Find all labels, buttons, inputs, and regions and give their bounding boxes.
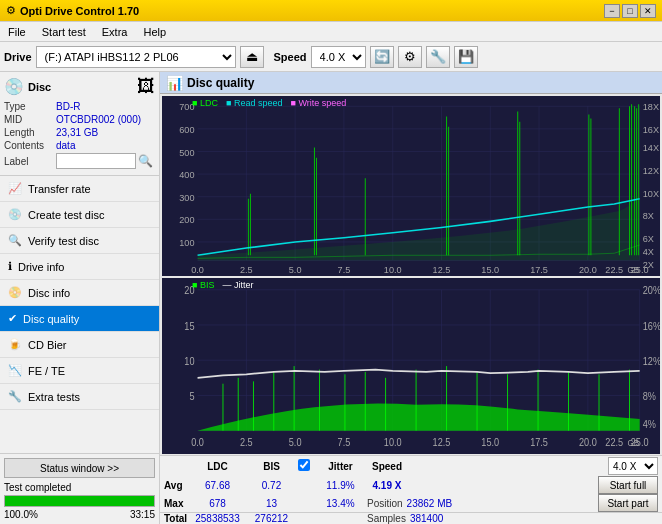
menu-file[interactable]: File: [4, 24, 30, 40]
status-window-button[interactable]: Status window >>: [4, 458, 155, 478]
avg-row: Avg 67.68 0.72 11.9% 4.19 X Start full: [160, 476, 662, 494]
nav-disc-quality[interactable]: ✔ Disc quality: [0, 306, 159, 332]
disc-action-icon[interactable]: 🖼: [137, 76, 155, 97]
menu-help[interactable]: Help: [139, 24, 170, 40]
bis-col-header: BIS: [249, 461, 294, 472]
elapsed-time: 33:15: [130, 509, 155, 520]
disc-mid-row: MID OTCBDR002 (000): [4, 114, 155, 125]
chart1-panel: ■ LDC ■ Read speed ■ Write speed: [162, 96, 660, 276]
nav-cd-bier-label: CD Bier: [28, 339, 67, 351]
menubar: File Start test Extra Help: [0, 22, 662, 42]
extra-tests-icon: 🔧: [8, 390, 22, 403]
transfer-rate-icon: 📈: [8, 182, 22, 195]
speed-action-select[interactable]: 4.0 X: [608, 457, 658, 475]
svg-text:15: 15: [184, 320, 195, 332]
svg-text:200: 200: [179, 215, 194, 225]
svg-text:8X: 8X: [643, 211, 654, 221]
stats-header-row: LDC BIS Jitter Speed 4.0 X: [160, 455, 662, 476]
disc-contents-row: Contents data: [4, 140, 155, 151]
drive-select[interactable]: (F:) ATAPI iHBS112 2 PL06: [36, 46, 236, 68]
start-part-button[interactable]: Start part: [598, 494, 658, 512]
settings2-button[interactable]: 🔧: [426, 46, 450, 68]
nav-create-test-disc[interactable]: 💿 Create test disc: [0, 202, 159, 228]
avg-label: Avg: [164, 480, 186, 491]
disc-length-val: 23,31 GB: [56, 127, 98, 138]
menu-start-test[interactable]: Start test: [38, 24, 90, 40]
max-row: Max 678 13 13.4% Position 23862 MB Start…: [160, 494, 662, 512]
checkbox-col: [298, 459, 314, 473]
svg-text:16%: 16%: [643, 320, 660, 332]
disc-type-val: BD-R: [56, 101, 80, 112]
titlebar: ⚙ Opti Drive Control 1.70 − □ ✕: [0, 0, 662, 22]
svg-text:10X: 10X: [643, 189, 659, 199]
speed-label: Speed: [274, 51, 307, 63]
disc-mid-key: MID: [4, 114, 56, 125]
max-label: Max: [164, 498, 186, 509]
nav-verify-test-disc[interactable]: 🔍 Verify test disc: [0, 228, 159, 254]
progress-bar-bg: [4, 495, 155, 507]
progress-bar-fill: [5, 496, 154, 506]
drive-info-icon: ℹ: [8, 260, 12, 273]
svg-text:5.0: 5.0: [289, 265, 302, 275]
jitter-checkbox[interactable]: [298, 459, 310, 471]
chart1-svg: 700 600 500 400 300 200 100 18X 16X 14X …: [162, 96, 660, 276]
bis-avg: 0.72: [249, 480, 294, 491]
save-button[interactable]: 💾: [454, 46, 478, 68]
ldc-max: 678: [190, 498, 245, 509]
svg-text:12.5: 12.5: [433, 436, 451, 448]
start-full-button[interactable]: Start full: [598, 476, 658, 494]
close-button[interactable]: ✕: [640, 4, 656, 18]
svg-text:6X: 6X: [643, 234, 654, 244]
chart1-legend: ■ LDC ■ Read speed ■ Write speed: [192, 98, 346, 108]
menu-extra[interactable]: Extra: [98, 24, 132, 40]
total-row: Total 25838533 276212 Samples 381400: [160, 512, 662, 524]
svg-text:0.0: 0.0: [191, 436, 204, 448]
nav-transfer-rate[interactable]: 📈 Transfer rate: [0, 176, 159, 202]
cd-bier-icon: 🍺: [8, 338, 22, 351]
svg-text:12%: 12%: [643, 355, 660, 367]
svg-text:GB: GB: [627, 437, 639, 448]
svg-text:GB: GB: [627, 266, 639, 275]
svg-text:20.0: 20.0: [579, 436, 597, 448]
speed-select[interactable]: 4.0 X: [311, 46, 366, 68]
label-search-icon[interactable]: 🔍: [138, 154, 153, 168]
disc-header: 💿 Disc 🖼: [4, 76, 155, 97]
svg-text:400: 400: [179, 170, 194, 180]
bis-total: 276212: [249, 513, 294, 524]
maximize-button[interactable]: □: [622, 4, 638, 18]
disc-icon: 💿: [4, 77, 24, 96]
nav-fe-te-label: FE / TE: [28, 365, 65, 377]
jitter-avg: 11.9%: [318, 480, 363, 491]
disc-quality-icon: ✔: [8, 312, 17, 325]
svg-text:500: 500: [179, 148, 194, 158]
nav-extra-tests-label: Extra tests: [28, 391, 80, 403]
total-label: Total: [164, 513, 186, 524]
minimize-button[interactable]: −: [604, 4, 620, 18]
svg-text:7.5: 7.5: [338, 265, 351, 275]
settings1-button[interactable]: ⚙: [398, 46, 422, 68]
nav-verify-test-disc-label: Verify test disc: [28, 235, 99, 247]
bis-max: 13: [249, 498, 294, 509]
svg-text:10: 10: [184, 355, 195, 367]
nav-extra-tests[interactable]: 🔧 Extra tests: [0, 384, 159, 410]
chart-header: 📊 Disc quality: [160, 72, 662, 94]
disc-label-input[interactable]: [56, 153, 136, 169]
svg-text:12X: 12X: [643, 166, 659, 176]
nav-fe-te[interactable]: 📉 FE / TE: [0, 358, 159, 384]
svg-text:22.5: 22.5: [605, 436, 623, 448]
nav-transfer-rate-label: Transfer rate: [28, 183, 91, 195]
refresh-button[interactable]: 🔄: [370, 46, 394, 68]
nav-drive-info[interactable]: ℹ Drive info: [0, 254, 159, 280]
titlebar-controls[interactable]: − □ ✕: [604, 4, 656, 18]
chart-title: Disc quality: [187, 76, 254, 90]
status-text: Test completed: [4, 482, 155, 493]
app-title: Opti Drive Control 1.70: [20, 5, 139, 17]
jitter-col-header: Jitter: [318, 461, 363, 472]
chart2-panel: ■ BIS — Jitter: [162, 278, 660, 454]
eject-button[interactable]: ⏏: [240, 46, 264, 68]
svg-text:18X: 18X: [643, 102, 659, 112]
nav-disc-info[interactable]: 📀 Disc info: [0, 280, 159, 306]
left-panel: 💿 Disc 🖼 Type BD-R MID OTCBDR002 (000) L…: [0, 72, 160, 524]
disc-type-key: Type: [4, 101, 56, 112]
nav-cd-bier[interactable]: 🍺 CD Bier: [0, 332, 159, 358]
